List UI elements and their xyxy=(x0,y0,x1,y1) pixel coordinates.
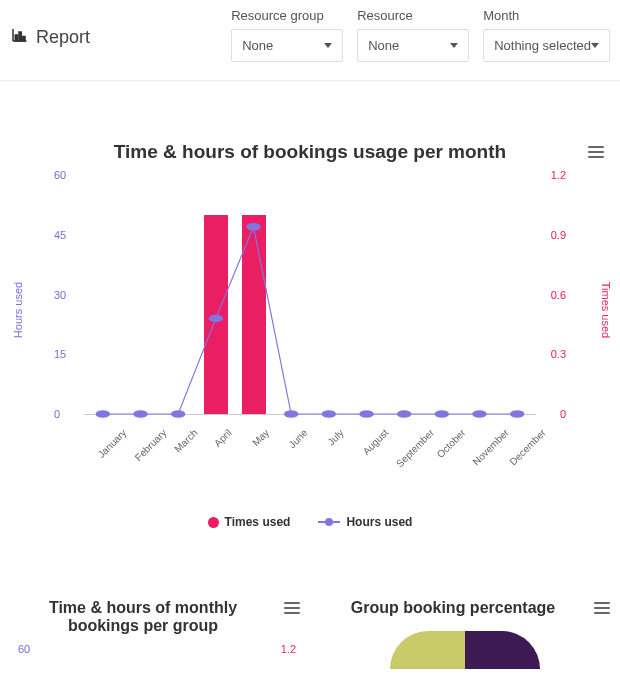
axis-tick: 0.3 xyxy=(551,348,566,360)
axis-tick: 0.9 xyxy=(551,229,566,241)
filters: Resource group None Resource None Month … xyxy=(231,8,610,62)
svg-point-5 xyxy=(96,410,110,418)
svg-rect-1 xyxy=(15,35,17,41)
svg-point-12 xyxy=(359,410,373,418)
axis-tick: August xyxy=(360,427,390,457)
axis-tick: September xyxy=(394,427,436,469)
select-value: None xyxy=(242,38,273,53)
bottom-charts-row: Time & hours of monthly bookings per gro… xyxy=(0,579,620,686)
chart-usage-per-month: Time & hours of bookings usage per month… xyxy=(0,111,620,549)
axis-tick: October xyxy=(434,427,467,460)
chart-plot-area xyxy=(320,631,610,669)
axis-y-left-label: Hours used xyxy=(12,282,24,338)
axis-tick: 0.6 xyxy=(551,289,566,301)
axis-tick: July xyxy=(325,427,345,447)
legend-item-times: Times used xyxy=(208,515,291,529)
svg-point-9 xyxy=(246,223,260,231)
page-title-block: Report xyxy=(10,8,90,48)
axis-tick: 0 xyxy=(560,408,566,420)
axis-tick: 15 xyxy=(54,348,66,360)
chart-title: Time & hours of bookings usage per month xyxy=(114,141,506,163)
select-resource-group[interactable]: None xyxy=(231,29,343,62)
caret-down-icon xyxy=(591,43,599,48)
axis-tick: 0 xyxy=(54,408,60,420)
svg-point-7 xyxy=(171,410,185,418)
header-bar: Report Resource group None Resource None… xyxy=(0,0,620,81)
chart-line xyxy=(84,175,536,414)
axis-tick: February xyxy=(132,427,168,463)
filter-resource: Resource None xyxy=(357,8,469,62)
chart-canvas: Hours used Times used 01530456000.30.60.… xyxy=(50,175,570,445)
axis-tick: May xyxy=(250,427,271,448)
chart-header: Time & hours of bookings usage per month xyxy=(10,141,610,163)
chart-group-booking-percentage: Group booking percentage xyxy=(320,599,610,686)
axis-tick: 45 xyxy=(54,229,66,241)
axis-tick: 1.2 xyxy=(551,169,566,181)
filter-month: Month Nothing selected xyxy=(483,8,610,62)
svg-point-11 xyxy=(322,410,336,418)
svg-point-13 xyxy=(397,410,411,418)
svg-rect-2 xyxy=(19,32,21,41)
chart-menu-button[interactable] xyxy=(594,599,610,617)
svg-point-15 xyxy=(472,410,486,418)
select-value: None xyxy=(368,38,399,53)
axis-tick: April xyxy=(212,427,234,449)
chart-menu-button[interactable] xyxy=(588,143,604,161)
axis-tick: 30 xyxy=(54,289,66,301)
pie-chart xyxy=(390,631,540,669)
axis-y-right-label: Times used xyxy=(600,282,612,338)
svg-point-8 xyxy=(209,315,223,323)
axis-tick: 60 xyxy=(54,169,66,181)
chart-header: Group booking percentage xyxy=(320,599,610,617)
caret-down-icon xyxy=(324,43,332,48)
axis-tick: December xyxy=(508,427,548,467)
chart-plot-area: 01530456000.30.60.91.2JanuaryFebruaryMar… xyxy=(84,175,536,415)
svg-point-10 xyxy=(284,410,298,418)
chart-title: Group booking percentage xyxy=(320,599,594,617)
caret-down-icon xyxy=(450,43,458,48)
select-resource[interactable]: None xyxy=(357,29,469,62)
bar-chart-icon xyxy=(10,26,28,48)
chart-title: Time & hours of monthly bookings per gro… xyxy=(10,599,284,635)
chart-header: Time & hours of monthly bookings per gro… xyxy=(10,599,300,635)
page-title: Report xyxy=(36,27,90,48)
legend-item-hours: Hours used xyxy=(318,515,412,529)
filter-label: Resource xyxy=(357,8,469,23)
axis-tick: March xyxy=(172,427,199,454)
legend-label: Times used xyxy=(225,515,291,529)
legend-label: Hours used xyxy=(346,515,412,529)
axis-tick: January xyxy=(95,427,128,460)
chart-legend: Times used Hours used xyxy=(10,515,610,529)
chart-plot-area: 60 1.2 xyxy=(46,649,270,686)
filter-label: Month xyxy=(483,8,610,23)
filter-label: Resource group xyxy=(231,8,343,23)
chart-line xyxy=(46,649,270,686)
chart-menu-button[interactable] xyxy=(284,599,300,617)
axis-tick: 60 xyxy=(18,643,30,655)
axis-tick: June xyxy=(287,427,310,450)
legend-swatch-icon xyxy=(208,517,219,528)
axis-tick: 1.2 xyxy=(281,643,296,655)
svg-point-14 xyxy=(435,410,449,418)
filter-resource-group: Resource group None xyxy=(231,8,343,62)
chart-bookings-per-group: Time & hours of monthly bookings per gro… xyxy=(10,599,300,686)
select-month[interactable]: Nothing selected xyxy=(483,29,610,62)
svg-point-16 xyxy=(510,410,524,418)
svg-point-6 xyxy=(133,410,147,418)
legend-swatch-icon xyxy=(318,518,340,526)
axis-tick: November xyxy=(470,427,510,467)
select-value: Nothing selected xyxy=(494,38,591,53)
